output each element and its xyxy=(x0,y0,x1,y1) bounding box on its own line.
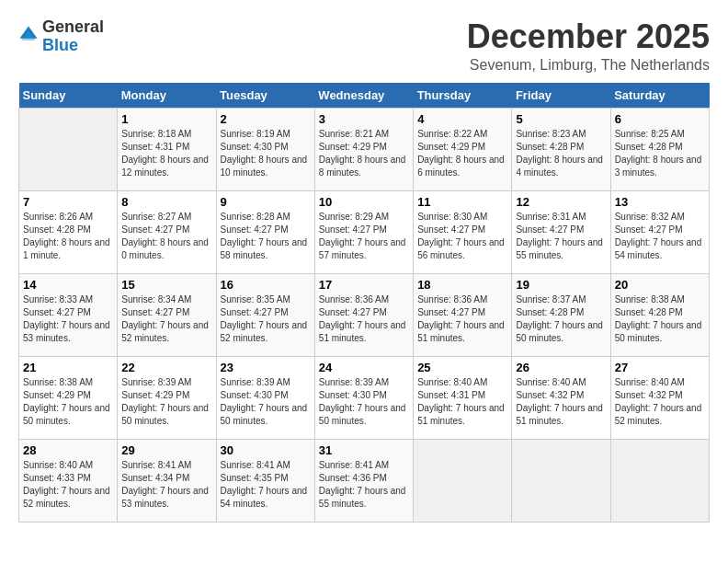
logo-blue-text: Blue xyxy=(42,37,104,55)
week-row-1: 1Sunrise: 8:18 AMSunset: 4:31 PMDaylight… xyxy=(19,108,710,190)
day-number: 20 xyxy=(615,278,705,292)
day-info: Sunrise: 8:21 AMSunset: 4:29 PMDaylight:… xyxy=(319,128,409,179)
day-header-wednesday: Wednesday xyxy=(314,83,413,109)
day-number: 2 xyxy=(221,112,311,126)
week-row-2: 7Sunrise: 8:26 AMSunset: 4:28 PMDaylight… xyxy=(19,190,710,273)
day-header-friday: Friday xyxy=(512,83,610,109)
day-number: 25 xyxy=(417,361,507,374)
calendar-cell xyxy=(414,439,512,522)
calendar-cell: 15Sunrise: 8:34 AMSunset: 4:27 PMDayligh… xyxy=(118,273,216,356)
calendar-cell: 20Sunrise: 8:38 AMSunset: 4:28 PMDayligh… xyxy=(610,273,709,356)
calendar-cell: 26Sunrise: 8:40 AMSunset: 4:32 PMDayligh… xyxy=(512,356,610,439)
day-info: Sunrise: 8:40 AMSunset: 4:31 PMDaylight:… xyxy=(417,376,507,428)
day-info: Sunrise: 8:40 AMSunset: 4:33 PMDaylight:… xyxy=(23,459,113,511)
calendar-cell: 17Sunrise: 8:36 AMSunset: 4:27 PMDayligh… xyxy=(314,273,413,356)
day-number: 24 xyxy=(319,361,409,374)
day-header-tuesday: Tuesday xyxy=(216,83,314,109)
calendar-cell: 3Sunrise: 8:21 AMSunset: 4:29 PMDaylight… xyxy=(314,108,413,190)
day-number: 15 xyxy=(121,278,211,292)
day-info: Sunrise: 8:29 AMSunset: 4:27 PMDaylight:… xyxy=(319,211,409,262)
day-number: 3 xyxy=(319,112,409,126)
day-number: 27 xyxy=(615,361,705,374)
calendar-cell: 6Sunrise: 8:25 AMSunset: 4:28 PMDaylight… xyxy=(610,108,709,190)
day-info: Sunrise: 8:33 AMSunset: 4:27 PMDaylight:… xyxy=(23,293,113,345)
day-number: 31 xyxy=(319,443,409,457)
calendar-cell: 2Sunrise: 8:19 AMSunset: 4:30 PMDaylight… xyxy=(216,108,314,190)
day-info: Sunrise: 8:27 AMSunset: 4:27 PMDaylight:… xyxy=(121,211,211,262)
day-number: 23 xyxy=(221,361,311,374)
day-info: Sunrise: 8:38 AMSunset: 4:29 PMDaylight:… xyxy=(23,376,113,428)
day-info: Sunrise: 8:40 AMSunset: 4:32 PMDaylight:… xyxy=(615,376,705,428)
day-info: Sunrise: 8:39 AMSunset: 4:30 PMDaylight:… xyxy=(221,376,311,428)
day-number: 13 xyxy=(615,195,705,209)
day-header-sunday: Sunday xyxy=(19,83,118,109)
day-number: 9 xyxy=(221,195,311,209)
calendar-cell: 29Sunrise: 8:41 AMSunset: 4:34 PMDayligh… xyxy=(118,439,216,522)
day-header-monday: Monday xyxy=(118,83,216,109)
day-info: Sunrise: 8:19 AMSunset: 4:30 PMDaylight:… xyxy=(221,128,311,179)
day-number: 16 xyxy=(221,278,311,292)
day-info: Sunrise: 8:41 AMSunset: 4:35 PMDaylight:… xyxy=(221,459,311,511)
day-header-saturday: Saturday xyxy=(610,83,709,109)
week-row-4: 21Sunrise: 8:38 AMSunset: 4:29 PMDayligh… xyxy=(19,356,710,439)
calendar-cell: 28Sunrise: 8:40 AMSunset: 4:33 PMDayligh… xyxy=(19,439,118,522)
day-info: Sunrise: 8:32 AMSunset: 4:27 PMDaylight:… xyxy=(615,211,705,262)
calendar-cell: 5Sunrise: 8:23 AMSunset: 4:28 PMDaylight… xyxy=(512,108,610,190)
calendar-cell: 9Sunrise: 8:28 AMSunset: 4:27 PMDaylight… xyxy=(216,190,314,273)
calendar-cell: 30Sunrise: 8:41 AMSunset: 4:35 PMDayligh… xyxy=(216,439,314,522)
calendar-cell: 31Sunrise: 8:41 AMSunset: 4:36 PMDayligh… xyxy=(314,439,413,522)
day-number: 12 xyxy=(516,195,606,209)
day-number: 22 xyxy=(121,361,211,374)
day-info: Sunrise: 8:28 AMSunset: 4:27 PMDaylight:… xyxy=(221,211,311,262)
day-info: Sunrise: 8:30 AMSunset: 4:27 PMDaylight:… xyxy=(417,211,507,262)
day-number: 11 xyxy=(417,195,507,209)
day-info: Sunrise: 8:39 AMSunset: 4:30 PMDaylight:… xyxy=(319,376,409,428)
week-row-3: 14Sunrise: 8:33 AMSunset: 4:27 PMDayligh… xyxy=(19,273,710,356)
location-title: Sevenum, Limburg, The Netherlands xyxy=(467,57,710,74)
day-info: Sunrise: 8:25 AMSunset: 4:28 PMDaylight:… xyxy=(615,128,705,179)
calendar-cell xyxy=(610,439,709,522)
calendar-table: SundayMondayTuesdayWednesdayThursdayFrid… xyxy=(18,83,710,523)
day-number: 28 xyxy=(23,443,113,457)
calendar-cell: 27Sunrise: 8:40 AMSunset: 4:32 PMDayligh… xyxy=(610,356,709,439)
calendar-cell: 25Sunrise: 8:40 AMSunset: 4:31 PMDayligh… xyxy=(414,356,512,439)
day-number: 19 xyxy=(516,278,606,292)
day-info: Sunrise: 8:18 AMSunset: 4:31 PMDaylight:… xyxy=(121,128,211,179)
days-header-row: SundayMondayTuesdayWednesdayThursdayFrid… xyxy=(19,83,710,109)
calendar-cell: 21Sunrise: 8:38 AMSunset: 4:29 PMDayligh… xyxy=(19,356,118,439)
logo-general-text: General xyxy=(42,18,104,37)
day-number: 18 xyxy=(417,278,507,292)
day-info: Sunrise: 8:41 AMSunset: 4:34 PMDaylight:… xyxy=(121,459,211,511)
calendar-cell: 8Sunrise: 8:27 AMSunset: 4:27 PMDaylight… xyxy=(118,190,216,273)
day-info: Sunrise: 8:26 AMSunset: 4:28 PMDaylight:… xyxy=(23,211,113,262)
day-info: Sunrise: 8:36 AMSunset: 4:27 PMDaylight:… xyxy=(417,293,507,345)
calendar-cell: 13Sunrise: 8:32 AMSunset: 4:27 PMDayligh… xyxy=(610,190,709,273)
page-header: General Blue December 2025 Sevenum, Limb… xyxy=(18,18,710,74)
day-header-thursday: Thursday xyxy=(414,83,512,109)
day-number: 14 xyxy=(23,278,113,292)
day-number: 10 xyxy=(319,195,409,209)
calendar-cell xyxy=(19,108,118,190)
day-info: Sunrise: 8:41 AMSunset: 4:36 PMDaylight:… xyxy=(319,459,409,511)
logo-icon xyxy=(18,25,39,45)
title-block: December 2025 Sevenum, Limburg, The Neth… xyxy=(467,18,710,74)
day-info: Sunrise: 8:40 AMSunset: 4:32 PMDaylight:… xyxy=(516,376,606,428)
day-number: 8 xyxy=(121,195,211,209)
day-number: 1 xyxy=(121,112,211,126)
calendar-cell: 19Sunrise: 8:37 AMSunset: 4:28 PMDayligh… xyxy=(512,273,610,356)
day-info: Sunrise: 8:23 AMSunset: 4:28 PMDaylight:… xyxy=(516,128,606,179)
calendar-cell: 11Sunrise: 8:30 AMSunset: 4:27 PMDayligh… xyxy=(414,190,512,273)
day-info: Sunrise: 8:22 AMSunset: 4:29 PMDaylight:… xyxy=(417,128,507,179)
day-info: Sunrise: 8:34 AMSunset: 4:27 PMDaylight:… xyxy=(121,293,211,345)
calendar-cell: 4Sunrise: 8:22 AMSunset: 4:29 PMDaylight… xyxy=(414,108,512,190)
day-info: Sunrise: 8:31 AMSunset: 4:27 PMDaylight:… xyxy=(516,211,606,262)
calendar-cell: 23Sunrise: 8:39 AMSunset: 4:30 PMDayligh… xyxy=(216,356,314,439)
day-number: 30 xyxy=(221,443,311,457)
calendar-cell: 12Sunrise: 8:31 AMSunset: 4:27 PMDayligh… xyxy=(512,190,610,273)
calendar-cell: 16Sunrise: 8:35 AMSunset: 4:27 PMDayligh… xyxy=(216,273,314,356)
calendar-cell: 7Sunrise: 8:26 AMSunset: 4:28 PMDaylight… xyxy=(19,190,118,273)
day-number: 4 xyxy=(417,112,507,126)
day-info: Sunrise: 8:39 AMSunset: 4:29 PMDaylight:… xyxy=(121,376,211,428)
day-info: Sunrise: 8:35 AMSunset: 4:27 PMDaylight:… xyxy=(221,293,311,345)
month-title: December 2025 xyxy=(467,18,710,55)
